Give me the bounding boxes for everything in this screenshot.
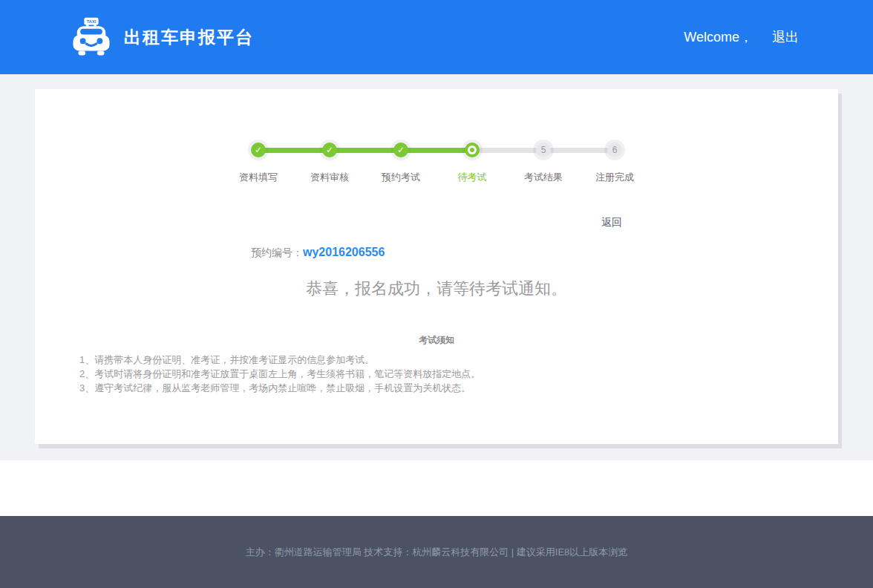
step-number: 6 [612, 145, 618, 155]
content-card: 5 6 资料填写 资料审核 预约考试 待考试 考试结果 注册完成 返回 预约编号… [35, 89, 838, 444]
step-node-6: 6 [607, 143, 622, 157]
step-label-3: 预约考试 [365, 171, 436, 184]
step-label-1: 资料填写 [223, 171, 294, 184]
svg-text:TAXI: TAXI [87, 19, 97, 24]
notice-item: 3、遵守考试纪律，服从监考老师管理，考场内禁止喧哗，禁止吸烟，手机设置为关机状态… [79, 381, 838, 395]
app-header: TAXI 出租车申报平台 Welcome， 退出 [0, 0, 873, 74]
step-node-1 [251, 143, 266, 157]
step-label-6: 注册完成 [579, 171, 650, 184]
stepper-segment [258, 148, 330, 153]
footer-text: 主办：衢州道路运输管理局 技术支持：杭州麟云科技有限公司 | 建议采用IE8以上… [246, 546, 628, 559]
step-node-2 [322, 143, 337, 157]
main-area: 5 6 资料填写 资料审核 预约考试 待考试 考试结果 注册完成 返回 预约编号… [0, 74, 873, 460]
booking-number-row: 预约编号：wy2016206556 [251, 246, 622, 260]
page-title: 出租车申报平台 [124, 26, 254, 49]
stepper-segment [543, 148, 615, 153]
exam-notice-list: 1、请携带本人身份证明、准考证，并按准考证显示的信息参加考试。 2、考试时请将身… [35, 353, 838, 395]
result-block: 返回 预约编号：wy2016206556 恭喜，报名成功，请等待考试通知。 [251, 215, 622, 300]
notice-item: 1、请携带本人身份证明、准考证，并按准考证显示的信息参加考试。 [79, 353, 838, 367]
check-icon [255, 145, 262, 155]
stepper-segment [330, 148, 401, 153]
progress-stepper: 5 6 资料填写 资料审核 预约考试 待考试 考试结果 注册完成 [251, 89, 622, 184]
notice-item: 2、考试时请将身份证明和准考证放置于桌面左上角，考生须将书籍，笔记等资料放指定地… [79, 367, 838, 381]
booking-number-label: 预约编号： [251, 246, 303, 258]
step-label-2: 资料审核 [294, 171, 365, 184]
page-footer: 主办：衢州道路运输管理局 技术支持：杭州麟云科技有限公司 | 建议采用IE8以上… [0, 516, 873, 588]
taxi-logo-icon: TAXI [71, 15, 112, 59]
step-label-4: 待考试 [436, 171, 508, 184]
stepper-segment [472, 148, 543, 153]
step-node-5: 5 [536, 143, 551, 157]
spacer-band [0, 460, 873, 516]
welcome-text: Welcome， [684, 28, 753, 46]
congrats-message: 恭喜，报名成功，请等待考试通知。 [251, 278, 622, 300]
stepper-labels: 资料填写 资料审核 预约考试 待考试 考试结果 注册完成 [251, 171, 622, 184]
exam-notice-title: 考试须知 [35, 334, 838, 347]
stepper-segment [401, 148, 472, 153]
logout-link[interactable]: 退出 [772, 28, 799, 46]
booking-number-value: wy2016206556 [303, 246, 385, 258]
check-icon [397, 145, 405, 155]
step-number: 5 [541, 145, 546, 155]
stepper-track: 5 6 [251, 143, 622, 157]
step-node-4 [465, 143, 480, 157]
step-node-3 [393, 143, 408, 157]
check-icon [326, 145, 333, 155]
step-label-5: 考试结果 [508, 171, 579, 184]
back-link[interactable]: 返回 [601, 216, 622, 228]
